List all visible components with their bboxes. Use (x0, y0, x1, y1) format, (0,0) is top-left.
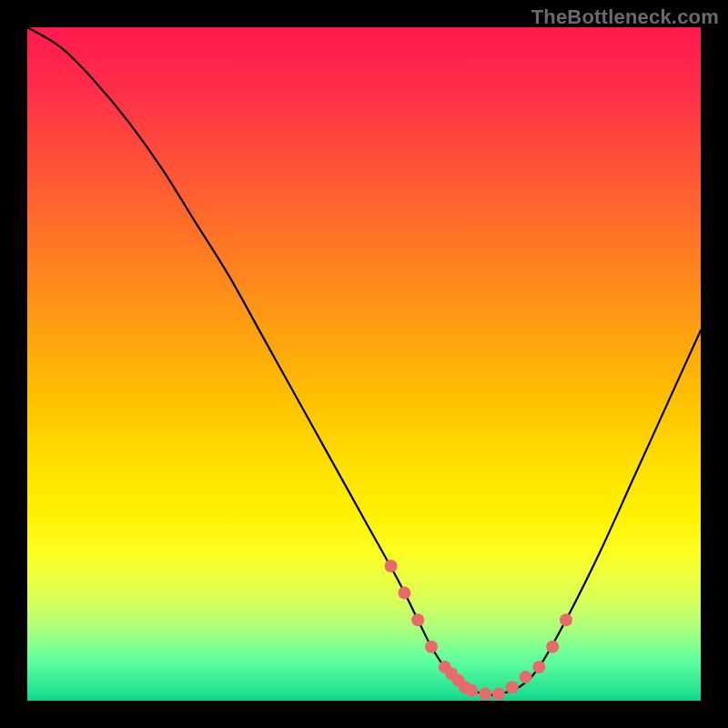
highlight-dots (385, 560, 572, 701)
highlight-dot (532, 661, 545, 673)
highlight-dot (425, 641, 438, 653)
highlight-dot (398, 587, 410, 600)
watermark-text: TheBottleneck.com (531, 5, 719, 29)
bottleneck-curve (27, 27, 701, 695)
plot-area (27, 27, 701, 701)
highlight-dot (492, 688, 505, 701)
highlight-dot (506, 681, 519, 693)
curve-svg (27, 27, 701, 701)
highlight-dot (465, 684, 478, 697)
chart-frame: TheBottleneck.com (0, 0, 728, 728)
highlight-dot (546, 641, 559, 653)
highlight-dot (560, 613, 572, 626)
highlight-dot (385, 560, 398, 572)
highlight-dot (520, 671, 532, 683)
highlight-dot (479, 688, 491, 701)
highlight-dot (411, 613, 424, 626)
